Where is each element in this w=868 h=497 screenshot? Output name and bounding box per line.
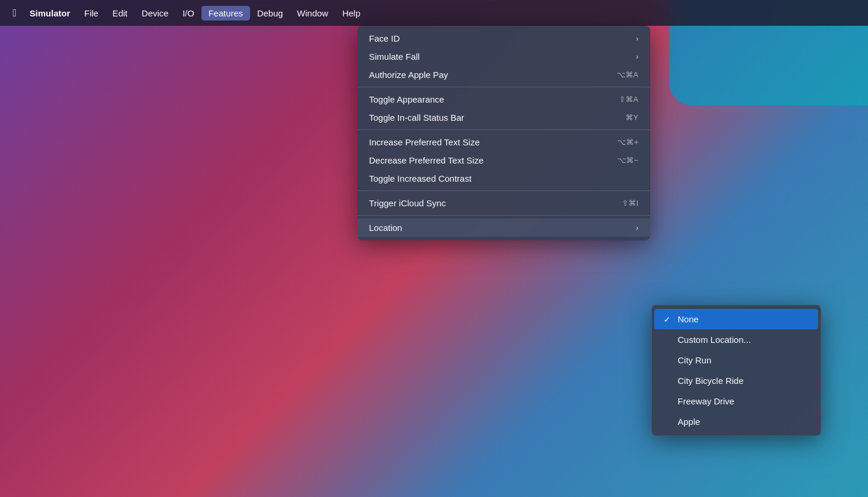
none-label: None xyxy=(678,314,809,324)
file-menu-item[interactable]: File xyxy=(77,6,105,21)
city-run-submenu-item[interactable]: City Run xyxy=(652,350,821,370)
authorize-apple-pay-label: Authorize Apple Pay xyxy=(369,70,599,80)
separator-3 xyxy=(357,190,650,191)
authorize-apple-pay-menu-item[interactable]: Authorize Apple Pay ⌥⌘A xyxy=(357,66,650,84)
trigger-icloud-sync-menu-item[interactable]: Trigger iCloud Sync ⇧⌘I xyxy=(357,194,650,212)
face-id-chevron-icon: › xyxy=(636,34,638,43)
toggle-incall-label: Toggle In-call Status Bar xyxy=(369,113,608,122)
toggle-contrast-menu-item[interactable]: Toggle Increased Contrast xyxy=(357,169,650,188)
custom-location-submenu-item[interactable]: Custom Location... xyxy=(652,329,821,350)
edit-menu-item[interactable]: Edit xyxy=(105,6,135,21)
features-dropdown: Face ID › Simulate Fall › Authorize Appl… xyxy=(357,26,650,240)
apple-submenu-item[interactable]: Apple xyxy=(652,411,821,432)
simulate-fall-chevron-icon: › xyxy=(636,52,638,61)
simulate-fall-label: Simulate Fall xyxy=(369,52,630,62)
increase-text-size-menu-item[interactable]: Increase Preferred Text Size ⌥⌘+ xyxy=(357,133,650,151)
simulate-fall-menu-item[interactable]: Simulate Fall › xyxy=(357,47,650,66)
trigger-icloud-sync-label: Trigger iCloud Sync xyxy=(369,198,604,208)
toggle-appearance-label: Toggle Appearance xyxy=(369,94,602,104)
decrease-text-size-menu-item[interactable]: Decrease Preferred Text Size ⌥⌘− xyxy=(357,151,650,169)
authorize-apple-pay-shortcut: ⌥⌘A xyxy=(617,70,638,79)
city-run-label: City Run xyxy=(678,355,809,365)
custom-location-label: Custom Location... xyxy=(678,335,809,345)
freeway-drive-label: Freeway Drive xyxy=(678,396,809,406)
location-chevron-icon: › xyxy=(636,223,638,232)
decrease-text-size-label: Decrease Preferred Text Size xyxy=(369,155,600,165)
face-id-label: Face ID xyxy=(369,33,630,43)
toggle-contrast-label: Toggle Increased Contrast xyxy=(369,173,638,183)
separator-1 xyxy=(357,87,650,87)
increase-text-size-label: Increase Preferred Text Size xyxy=(369,137,600,147)
toggle-incall-menu-item[interactable]: Toggle In-call Status Bar ⌘Y xyxy=(357,108,650,127)
apple-label: Apple xyxy=(678,417,809,427)
debug-menu-item[interactable]: Debug xyxy=(250,6,290,21)
help-menu-item[interactable]: Help xyxy=(335,6,367,21)
features-menu-item[interactable]: Features xyxy=(201,6,250,21)
none-submenu-item[interactable]: ✓ None xyxy=(654,309,818,329)
city-bicycle-ride-submenu-item[interactable]: City Bicycle Ride xyxy=(652,370,821,391)
toggle-appearance-shortcut: ⇧⌘A xyxy=(619,95,638,104)
decrease-text-size-shortcut: ⌥⌘− xyxy=(617,156,638,165)
freeway-drive-submenu-item[interactable]: Freeway Drive xyxy=(652,391,821,411)
menubar:  Simulator File Edit Device I/O Feature… xyxy=(0,0,868,26)
simulator-menu-item[interactable]: Simulator xyxy=(23,6,77,21)
increase-text-size-shortcut: ⌥⌘+ xyxy=(617,138,638,147)
device-menu-item[interactable]: Device xyxy=(135,6,176,21)
location-submenu: ✓ None Custom Location... City Run City … xyxy=(651,305,821,436)
toggle-appearance-menu-item[interactable]: Toggle Appearance ⇧⌘A xyxy=(357,90,650,108)
apple-menu-item[interactable]:  xyxy=(7,5,23,22)
none-checkmark-icon: ✓ xyxy=(664,315,675,324)
separator-4 xyxy=(357,215,650,216)
separator-2 xyxy=(357,130,650,130)
location-menu-item[interactable]: Location › xyxy=(357,219,650,237)
window-menu-item[interactable]: Window xyxy=(290,6,335,21)
io-menu-item[interactable]: I/O xyxy=(176,6,201,21)
location-label: Location xyxy=(369,223,630,233)
city-bicycle-ride-label: City Bicycle Ride xyxy=(678,376,809,386)
trigger-icloud-sync-shortcut: ⇧⌘I xyxy=(622,199,638,207)
face-id-menu-item[interactable]: Face ID › xyxy=(357,29,650,47)
toggle-incall-shortcut: ⌘Y xyxy=(626,113,638,122)
